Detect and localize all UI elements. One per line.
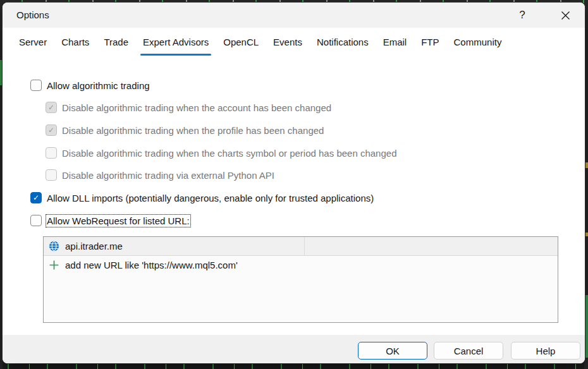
tab-email[interactable]: Email bbox=[383, 35, 408, 57]
disable-on-profile-change-label: Disable algorithmic trading when the pro… bbox=[62, 125, 324, 136]
disable-via-python-label: Disable algorithmic trading via external… bbox=[62, 170, 274, 181]
disable-on-chart-change-row: Disable algorithmic trading when the cha… bbox=[46, 147, 396, 159]
dialog-title: Options bbox=[16, 3, 49, 28]
check-icon bbox=[48, 126, 54, 134]
webrequest-url-list[interactable]: api.itrader.me add new URL like 'https:/… bbox=[43, 236, 558, 323]
globe-icon bbox=[49, 241, 59, 251]
tab-expert-advisors[interactable]: Expert Advisors bbox=[142, 35, 209, 57]
add-url-text: add new URL like 'https://www.mql5.com' bbox=[65, 260, 238, 270]
plus-icon bbox=[49, 260, 59, 270]
cancel-button[interactable]: Cancel bbox=[434, 342, 503, 360]
tab-notifications[interactable]: Notifications bbox=[316, 35, 369, 57]
disable-on-profile-change-checkbox bbox=[46, 124, 57, 136]
background-chart-bottom-scale bbox=[0, 363, 588, 369]
url-text: api.itrader.me bbox=[65, 241, 123, 251]
tab-server[interactable]: Server bbox=[18, 35, 47, 57]
disable-on-chart-change-label: Disable algorithmic trading when the cha… bbox=[62, 148, 396, 159]
disable-on-account-change-checkbox bbox=[46, 102, 57, 113]
options-dialog: Options ? Server Charts Trade Expert Adv… bbox=[3, 3, 585, 363]
allow-dll-imports-label[interactable]: Allow DLL imports (potentially dangerous… bbox=[47, 193, 374, 203]
tab-bar: Server Charts Trade Expert Advisors Open… bbox=[18, 30, 580, 57]
tab-trade[interactable]: Trade bbox=[103, 35, 129, 57]
allow-algorithmic-trading-row: Allow algorithmic trading bbox=[30, 79, 150, 92]
footer-bar: OK Cancel Help bbox=[3, 335, 585, 363]
allow-algorithmic-trading-checkbox[interactable] bbox=[30, 80, 42, 91]
disable-on-account-change-row: Disable algorithmic trading when the acc… bbox=[46, 101, 331, 114]
disable-on-account-change-label: Disable algorithmic trading when the acc… bbox=[62, 102, 331, 113]
check-icon bbox=[33, 194, 39, 202]
title-bar: Options ? bbox=[3, 3, 585, 28]
tab-community[interactable]: Community bbox=[453, 35, 503, 57]
allow-webrequest-checkbox[interactable] bbox=[30, 215, 42, 226]
disable-via-python-checkbox bbox=[46, 169, 57, 181]
titlebar-help-button[interactable]: ? bbox=[511, 3, 533, 28]
ok-button[interactable]: OK bbox=[358, 342, 427, 360]
allow-dll-imports-row: Allow DLL imports (potentially dangerous… bbox=[30, 191, 374, 204]
allow-webrequest-row: Allow WebRequest for listed URL: bbox=[30, 214, 190, 227]
disable-on-chart-change-checkbox bbox=[46, 147, 57, 159]
tab-charts[interactable]: Charts bbox=[61, 35, 90, 57]
allow-dll-imports-checkbox[interactable] bbox=[30, 192, 42, 203]
url-list-item[interactable]: api.itrader.me bbox=[44, 237, 558, 256]
help-button[interactable]: Help bbox=[511, 342, 580, 360]
tab-ftp[interactable]: FTP bbox=[420, 35, 439, 57]
close-button[interactable] bbox=[554, 3, 576, 28]
tab-opencl[interactable]: OpenCL bbox=[223, 35, 259, 57]
disable-via-python-row: Disable algorithmic trading via external… bbox=[46, 169, 274, 181]
tab-events[interactable]: Events bbox=[273, 35, 303, 57]
check-icon bbox=[48, 104, 54, 111]
allow-algorithmic-trading-label[interactable]: Allow algorithmic trading bbox=[47, 80, 150, 91]
disable-on-profile-change-row: Disable algorithmic trading when the pro… bbox=[46, 124, 324, 136]
add-url-row[interactable]: add new URL like 'https://www.mql5.com' bbox=[44, 256, 558, 274]
allow-webrequest-label[interactable]: Allow WebRequest for listed URL: bbox=[47, 215, 190, 226]
close-icon bbox=[561, 11, 570, 20]
